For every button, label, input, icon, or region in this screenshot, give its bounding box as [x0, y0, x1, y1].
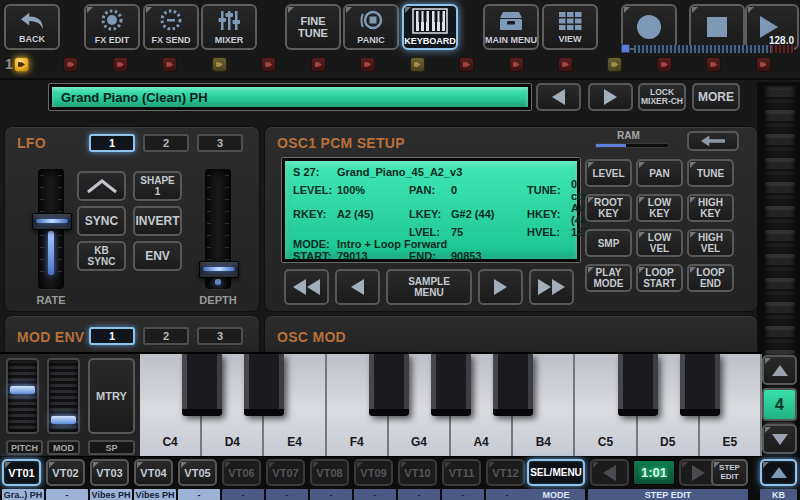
track-status-icon[interactable]	[607, 57, 622, 72]
track-status-icon[interactable]	[63, 57, 78, 72]
osc1-param-button[interactable]: HIGH KEY	[687, 194, 734, 222]
mtry-button[interactable]: MTRY	[88, 358, 135, 434]
step-edit-button[interactable]: STEP EDIT	[711, 459, 748, 486]
track-status-icon[interactable]	[212, 57, 227, 72]
sample-prev-button[interactable]	[335, 269, 380, 305]
osc1-param-button[interactable]: LOOP START	[636, 264, 683, 292]
prev-sound-button[interactable]	[536, 83, 581, 111]
piano-key-black[interactable]	[369, 354, 409, 416]
osc1-param-button[interactable]: SMP	[585, 229, 632, 257]
main-menu-button[interactable]: MAIN MENU	[483, 4, 539, 50]
osc1-param-button[interactable]: TUNE	[687, 159, 734, 187]
sample-menu-button[interactable]: SAMPLE MENU	[386, 269, 472, 305]
sample-prev-fast-button[interactable]	[284, 269, 329, 305]
track-status-icon[interactable]	[410, 57, 425, 72]
octave-up-button[interactable]	[762, 355, 797, 385]
env-button[interactable]: ENV	[133, 241, 182, 271]
osc1-param-button[interactable]: LOW VEL	[636, 229, 683, 257]
osc1-param-button[interactable]: PLAY MODE	[585, 264, 632, 292]
shape-button[interactable]: SHAPE 1	[133, 171, 182, 201]
track-status-icon[interactable]	[311, 57, 326, 72]
transport-progress-bar[interactable]	[634, 45, 771, 53]
more-button[interactable]: MORE	[692, 83, 740, 111]
collapse-button[interactable]	[687, 131, 739, 151]
vt-track-button[interactable]: VT02	[46, 459, 85, 486]
pitch-wheel[interactable]	[6, 358, 39, 434]
depth-slider[interactable]	[205, 169, 231, 309]
vt-track-button[interactable]: VT06	[222, 459, 261, 486]
vt-track-button[interactable]: VT08	[310, 459, 349, 486]
osc1-param-button[interactable]: HIGH VEL	[687, 229, 734, 257]
mod-env-tab[interactable]: 2	[143, 327, 189, 345]
track-status-icon[interactable]	[261, 57, 276, 72]
fine-tune-button[interactable]: FINE TUNE	[285, 4, 341, 50]
lfo-tab[interactable]: 1	[89, 134, 135, 152]
playhead-indicator[interactable]	[621, 44, 630, 53]
stop-button[interactable]	[689, 4, 745, 50]
fx-edit-button[interactable]: FX EDIT	[84, 4, 140, 50]
vt-track-button[interactable]: VT03	[90, 459, 129, 486]
track-status-icon[interactable]	[706, 57, 721, 72]
octave-down-button[interactable]	[762, 424, 797, 454]
mixer-button[interactable]: MIXER	[201, 4, 257, 50]
vt-track-button[interactable]: VT11	[442, 459, 481, 486]
lfo-tab[interactable]: 2	[143, 134, 189, 152]
vt-track-button[interactable]: VT09	[354, 459, 393, 486]
view-button[interactable]: VIEW	[542, 4, 598, 50]
panic-button[interactable]: PANIC	[343, 4, 399, 50]
depth-slider-thumb[interactable]	[199, 261, 239, 278]
track-status-icon[interactable]	[657, 57, 672, 72]
osc1-param-button[interactable]: PAN	[636, 159, 683, 187]
track-status-icon[interactable]	[509, 57, 524, 72]
piano-key-black[interactable]	[431, 354, 471, 416]
keyboard-button[interactable]: KEYBOARD	[402, 4, 458, 50]
sample-next-button[interactable]	[478, 269, 523, 305]
more-label: MORE	[698, 90, 734, 104]
mod-wheel[interactable]	[47, 358, 80, 434]
sel-menu-button[interactable]: SEL/MENU	[527, 459, 585, 486]
kb-toggle-button[interactable]	[760, 459, 797, 486]
sample-next-fast-button[interactable]	[529, 269, 574, 305]
fx-send-button[interactable]: FX SEND	[143, 4, 199, 50]
track-status-icon[interactable]	[14, 57, 29, 72]
track-status-icon[interactable]	[558, 57, 573, 72]
pattern-prev-button[interactable]	[590, 459, 629, 486]
vt-track-button[interactable]: VT12	[486, 459, 525, 486]
lfo-wave-shape-button[interactable]	[77, 171, 126, 201]
piano-key-black[interactable]	[618, 354, 658, 416]
piano-key-black[interactable]	[493, 354, 533, 416]
vt-track-button[interactable]: VT07	[266, 459, 305, 486]
vt-track-button[interactable]: VT04	[134, 459, 173, 486]
osc1-param-button[interactable]: ROOT KEY	[585, 194, 632, 222]
play-button[interactable]: 128.0	[745, 4, 799, 50]
osc1-param-button[interactable]: LEVEL	[585, 159, 632, 187]
rate-slider[interactable]	[38, 169, 64, 309]
vt-track-button[interactable]: VT05	[178, 459, 217, 486]
arrow-right-icon	[604, 89, 617, 105]
mod-env-tab[interactable]: 1	[89, 327, 135, 345]
invert-button[interactable]: INVERT	[133, 206, 182, 236]
piano-key-black[interactable]	[680, 354, 720, 416]
osc1-param-button[interactable]: LOW KEY	[636, 194, 683, 222]
track-status-icon[interactable]	[113, 57, 128, 72]
piano-key-black[interactable]	[244, 354, 284, 416]
sound-name-display[interactable]: Grand Piano (Clean) PH	[52, 87, 528, 107]
tab-label: 2	[163, 330, 169, 342]
step-indicator-row	[14, 57, 771, 72]
next-sound-button[interactable]	[588, 83, 633, 111]
lfo-tab[interactable]: 3	[197, 134, 243, 152]
track-status-icon[interactable]	[162, 57, 177, 72]
back-button[interactable]: BACK	[4, 4, 60, 50]
lock-mixer-ch-button[interactable]: LOCK MIXER-CH	[638, 83, 686, 111]
track-status-icon[interactable]	[360, 57, 375, 72]
rate-slider-thumb[interactable]	[32, 213, 72, 230]
vt-track-button[interactable]: VT01	[2, 459, 41, 486]
osc1-param-button[interactable]: LOOP END	[687, 264, 734, 292]
mod-env-tab[interactable]: 3	[197, 327, 243, 345]
track-status-icon[interactable]	[459, 57, 474, 72]
kb-sync-button[interactable]: KB SYNC	[77, 241, 126, 271]
sync-button[interactable]: SYNC	[77, 206, 126, 236]
piano-key-black[interactable]	[182, 354, 222, 416]
track-status-icon[interactable]	[756, 57, 771, 72]
vt-track-button[interactable]: VT10	[398, 459, 437, 486]
